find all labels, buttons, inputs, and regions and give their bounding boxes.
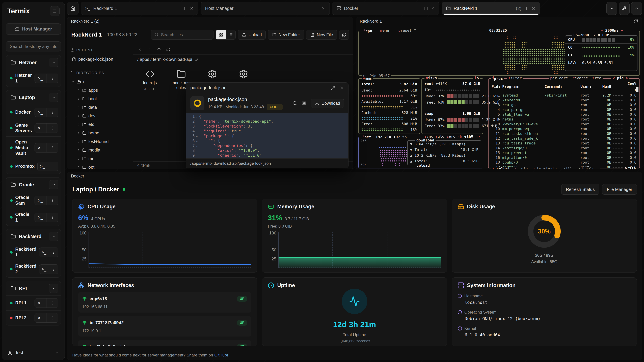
host-row[interactable]: RPI 1 >_ xyxy=(6,296,61,310)
host-menu-button[interactable] xyxy=(49,248,58,257)
process-row[interactable]: 2 kthreadd root 0B 0.0 xyxy=(488,98,640,103)
list-view-button[interactable] xyxy=(226,30,236,39)
grid-view-button[interactable] xyxy=(216,30,226,39)
interface-row[interactable]: br-73718f7a09d2 UP 172.19.0.1 xyxy=(78,316,252,337)
host-menu-button[interactable] xyxy=(46,213,58,222)
tree-directory[interactable]: apps xyxy=(70,86,130,94)
process-row[interactable]: 12 rcu_tasks_rude_k root 0B 0.0 xyxy=(488,136,640,141)
refresh-button[interactable] xyxy=(166,47,170,52)
tab-racknerd1-terminal[interactable]: >_ RackNerd 1 xyxy=(81,2,198,15)
editor-mode-button[interactable] xyxy=(302,101,306,106)
group-collapse-button[interactable] xyxy=(49,58,58,67)
scroll-tabs-up-button[interactable] xyxy=(631,2,642,15)
tree-root[interactable]: / xyxy=(70,77,130,86)
host-terminal-button[interactable]: >_ xyxy=(39,248,49,257)
close-icon[interactable] xyxy=(532,6,536,10)
home-button[interactable] xyxy=(67,2,78,15)
host-manager-button[interactable]: Host Manager xyxy=(6,23,61,34)
process-row[interactable]: 18 cpuhp/0 root 0B 0.0 xyxy=(488,160,640,165)
tree-directory[interactable]: home xyxy=(70,129,130,137)
fold-marker[interactable] xyxy=(195,148,199,153)
process-row[interactable]: 13 rcu_tasks_trace_ root 0B 0.0 xyxy=(488,141,640,146)
fold-marker[interactable] xyxy=(195,119,199,124)
host-terminal-button[interactable]: >_ xyxy=(39,265,49,274)
process-row[interactable]: 15 rcu_preempt root 0B 0.0 xyxy=(488,150,640,155)
close-icon[interactable] xyxy=(321,6,325,10)
sync-icon[interactable] xyxy=(634,19,638,23)
scroll-tabs-down-button[interactable] xyxy=(606,2,617,15)
tab-racknerd1-files[interactable]: RackNerd 1 (2) xyxy=(442,2,540,15)
host-menu-button[interactable] xyxy=(46,143,58,152)
host-row[interactable]: Hetzner 1 >_ xyxy=(6,70,61,87)
close-icon[interactable] xyxy=(339,86,344,90)
close-icon[interactable] xyxy=(190,6,194,10)
split-icon[interactable] xyxy=(424,6,428,10)
host-row[interactable]: Docker >_ xyxy=(6,105,61,120)
host-terminal-button[interactable]: >_ xyxy=(35,313,46,323)
fold-marker[interactable] xyxy=(195,129,199,134)
tree-directory[interactable]: mnt xyxy=(70,154,130,163)
expand-icon[interactable] xyxy=(330,86,335,90)
host-menu-button[interactable] xyxy=(46,108,58,117)
host-group-header[interactable]: RPI xyxy=(6,281,61,296)
interface-row[interactable]: br-d6abe1b5cab4 UP 172.20.0.1 xyxy=(78,340,252,346)
tab-docker[interactable]: Docker xyxy=(332,2,440,15)
host-menu-button[interactable] xyxy=(49,265,58,274)
proc-options[interactable]: per-core reverse tree xyxy=(549,76,602,80)
fold-marker[interactable]: ⌄ xyxy=(195,143,199,148)
tools-button[interactable] xyxy=(619,2,630,15)
download-button[interactable]: Download xyxy=(311,99,344,108)
host-row[interactable]: Game Servers >_ xyxy=(6,120,61,137)
process-row[interactable]: 1 systemd /sbin/init root 9.2M 0.0 xyxy=(488,93,640,98)
host-row[interactable]: Proxmox >_ xyxy=(6,159,61,174)
terminal-screen[interactable]: 1cpu menu preset * 03:31:25 ─ 2000ms + xyxy=(358,27,640,167)
proc-pid-sort[interactable]: < pid > xyxy=(611,76,630,80)
host-row[interactable]: Open Media Vault >_ xyxy=(6,136,61,159)
host-terminal-button[interactable]: >_ xyxy=(38,162,48,171)
host-search-input[interactable] xyxy=(6,41,61,51)
proc-filter[interactable]: filter xyxy=(507,76,523,80)
process-row[interactable]: 11 rcu_tasks_kthrea root 0B 0.0 xyxy=(488,131,640,136)
fold-marker[interactable]: ⌄ xyxy=(195,134,199,138)
process-row[interactable]: 8 kworker/0:0H-eve root 0B 0.0 xyxy=(488,122,640,127)
host-menu-button[interactable] xyxy=(46,196,58,205)
fold-marker[interactable]: ⌄ xyxy=(195,138,199,143)
tree-directory[interactable]: lost+found xyxy=(70,137,130,146)
split-icon[interactable] xyxy=(524,6,528,10)
process-row[interactable]: 3 rcu_gp root 0B 0.0 xyxy=(488,103,640,107)
close-icon[interactable] xyxy=(431,6,435,10)
tree-directory[interactable]: data xyxy=(70,103,130,112)
process-row[interactable]: 4 rcu_par_gp root 0B 0.0 xyxy=(488,107,640,112)
btop-menu[interactable]: menu xyxy=(379,28,390,32)
group-collapse-button[interactable] xyxy=(49,284,58,293)
up-directory-button[interactable] xyxy=(157,47,161,52)
net-options[interactable]: sync auto zero <b eth0 n> xyxy=(423,134,481,138)
btop-preset[interactable]: preset * xyxy=(397,28,418,32)
host-terminal-button[interactable]: >_ xyxy=(35,123,46,133)
process-row[interactable]: 5 slub_flushwq root 0B 0.0 xyxy=(488,112,640,117)
file-tile-package-lock[interactable] xyxy=(231,69,256,80)
host-group-header[interactable]: Hetzner xyxy=(6,55,61,70)
host-menu-button[interactable] xyxy=(46,313,58,323)
new-file-button[interactable]: New File xyxy=(306,30,337,39)
edit-path-button[interactable] xyxy=(195,58,198,61)
search-in-file-button[interactable] xyxy=(292,101,297,106)
btop-interval[interactable]: ─ 2000ms + xyxy=(600,28,624,32)
process-row[interactable]: 16 migration/0 root 0B 0.0 xyxy=(488,155,640,160)
host-row[interactable]: RPI 2 >_ xyxy=(6,310,61,325)
host-terminal-button[interactable]: >_ xyxy=(35,108,46,117)
refresh-files-button[interactable] xyxy=(339,30,349,39)
process-row[interactable]: 6 netns root 0B 0.0 xyxy=(488,117,640,122)
tree-directory[interactable]: media xyxy=(70,146,130,154)
host-row[interactable]: RackNerd 1 >_ xyxy=(6,244,61,261)
host-group-header[interactable]: Laptop xyxy=(6,90,61,105)
host-menu-button[interactable] xyxy=(48,162,58,171)
host-terminal-button[interactable]: >_ xyxy=(35,196,46,205)
recent-file-item[interactable]: package-lock.json xyxy=(70,55,130,64)
tree-directory[interactable]: boot xyxy=(70,94,130,103)
file-manager-button[interactable]: File Manager xyxy=(602,184,637,195)
github-link[interactable]: GitHub! xyxy=(214,353,228,358)
host-menu-button[interactable] xyxy=(46,123,58,133)
proc-scrollbar[interactable] xyxy=(636,87,638,92)
host-terminal-button[interactable]: >_ xyxy=(35,74,46,83)
